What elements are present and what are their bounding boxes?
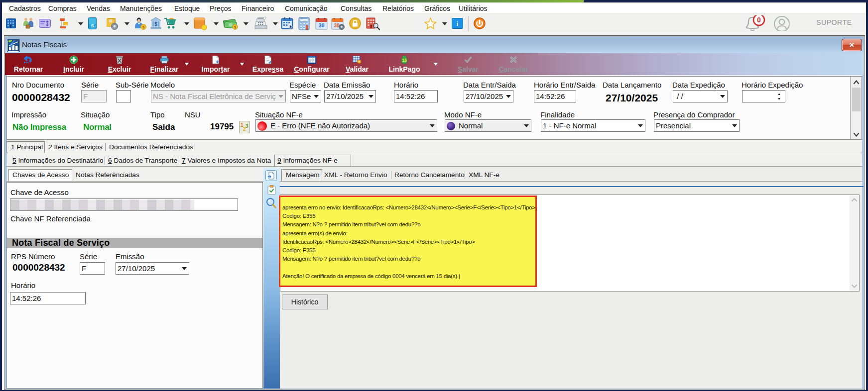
svg-text:$: $	[154, 21, 157, 27]
svg-text:i: i	[457, 20, 459, 27]
svg-text:30: 30	[334, 23, 340, 28]
svg-text:0: 0	[757, 16, 761, 24]
svg-text:15: 15	[402, 58, 407, 63]
svg-text:30: 30	[318, 22, 324, 28]
svg-text:3: 3	[246, 123, 248, 129]
svg-text:$: $	[234, 25, 236, 29]
svg-text:S: S	[91, 23, 94, 28]
